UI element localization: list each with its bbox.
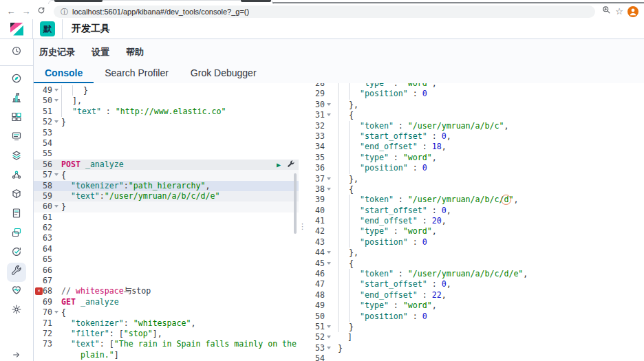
code-line-43[interactable]: 43"position" : 0 [306,237,644,248]
code-line-38[interactable]: 38{ [306,184,644,195]
code-line-53[interactable]: 53 [34,128,299,138]
code-text[interactable]: GET _analyze [58,297,299,307]
code-text[interactable]: { [331,184,644,195]
code-line-44[interactable]: 44}, [306,248,644,258]
tab-search-profiler[interactable]: Search Profiler [94,63,180,83]
code-text[interactable]: "text" : "http://www.elastic.co" [58,107,299,117]
kibana-logo[interactable] [10,23,23,36]
code-text[interactable]: POST _analyze [58,160,299,170]
code-text[interactable]: "position" : 0 [331,89,644,99]
code-line-36[interactable]: 36"position" : 0 [306,163,644,173]
code-text[interactable]: { [58,307,299,318]
code-text[interactable]: } [331,322,644,332]
code-line-40[interactable]: 40"start_offset" : 0, [306,206,644,216]
code-text[interactable]: "position" : 0 [331,163,644,173]
space-badge[interactable]: 默 [40,21,55,36]
code-text[interactable] [58,149,299,159]
code-line-wrap[interactable]: plain."] [34,350,299,360]
code-text[interactable]: "end_offset" : 22, [331,290,644,300]
code-text[interactable] [58,254,299,265]
code-text[interactable]: "end_offset" : 18, [331,142,644,152]
code-text[interactable]: { [58,170,299,180]
wrench-icon[interactable] [287,160,295,168]
bookmark-star-icon[interactable]: ☆ [615,6,623,17]
code-line-63[interactable]: 63 [34,233,299,243]
code-line-58[interactable]: 58 "tokenizer":"path_hierarchy", [34,181,299,191]
sidebar-item-dev-tools[interactable] [7,263,26,282]
code-text[interactable] [58,244,299,254]
sidebar-item-recently-viewed[interactable] [7,43,26,62]
sidebar-item-infrastructure[interactable] [7,186,26,205]
code-line-72[interactable]: 72 "filter": ["stop"], [34,329,299,339]
code-text[interactable]: "tokenizer":"path_hierarchy", [58,181,299,191]
code-text[interactable]: ] [331,332,644,342]
sidebar-item-management[interactable] [7,301,26,320]
reload-button[interactable] [36,6,47,17]
code-text[interactable]: "token" : "/user/ymruan/a/b/c/d", [331,195,644,205]
code-text[interactable] [58,212,299,223]
sidebar-item-maps[interactable] [7,147,26,166]
sidebar-item-discover[interactable] [7,70,26,89]
code-line-69[interactable]: 69GET _analyze [34,297,299,307]
code-line-52[interactable]: 52} [34,117,299,127]
sidebar-item-uptime[interactable] [7,243,26,263]
code-text[interactable]: plain."] [58,350,299,360]
code-text[interactable] [331,353,644,361]
console-menu-item-2[interactable]: 帮助 [126,46,144,58]
code-text[interactable]: "tokenizer": "whitespace", [58,318,299,329]
code-text[interactable]: } [58,85,299,96]
code-text[interactable]: }, [331,174,644,184]
code-text[interactable]: "position" : 0 [331,237,644,248]
code-line-60[interactable]: 60} [34,201,299,212]
sidebar-item-dashboard[interactable] [7,109,26,128]
code-text[interactable]: "type" : "word", [331,226,644,237]
code-line-55[interactable]: 55 [34,149,299,159]
code-line-64[interactable]: 64 [34,244,299,254]
code-line-45[interactable]: 45{ [306,259,644,269]
code-line-59[interactable]: 59 "text":"/user/ymruan/a/b/c/d/e" [34,191,299,201]
tab-console[interactable]: Console [34,63,94,83]
code-text[interactable] [58,128,299,138]
code-text[interactable] [58,265,299,276]
code-text[interactable]: "start_offset" : 0, [331,279,644,289]
console-menu-item-0[interactable]: 历史记录 [39,46,75,58]
code-line-29[interactable]: 29"position" : 0 [306,89,644,99]
code-line-65[interactable]: 65 [34,254,299,265]
console-menu-item-1[interactable]: 设置 [92,46,109,58]
code-text[interactable] [58,223,299,233]
code-line-28[interactable]: 28"type" : "word", [306,83,644,89]
url-text[interactable]: localhost:5601/app/kibana#/dev_tools/con… [72,8,249,16]
code-text[interactable] [58,276,299,286]
code-text[interactable]: } [58,201,299,212]
code-line-30[interactable]: 30}, [306,100,644,110]
editor-scrollbar[interactable] [294,173,297,234]
code-text[interactable]: }, [331,100,644,110]
code-text[interactable]: "text": ["The rain in Spain falls mainly… [58,339,299,349]
code-text[interactable]: } [58,117,299,127]
code-text[interactable]: }, [331,248,644,258]
code-text[interactable]: ], [58,96,299,106]
site-info-icon[interactable]: ⓘ [61,8,68,16]
code-line-51[interactable]: 51"text" : "http://www.elastic.co" [34,107,299,117]
tab-grok-debugger[interactable]: Grok Debugger [180,63,268,83]
code-text[interactable] [58,233,299,243]
code-text[interactable]: "start_offset" : 0, [331,206,644,216]
code-line-52[interactable]: 52 ] [306,332,644,342]
code-line-54[interactable]: 54 [306,353,644,361]
console-response-editor[interactable]: 28"type" : "word",29"position" : 030},31… [306,83,644,361]
code-line-49[interactable]: 49"type" : "word", [306,300,644,311]
sidebar-item-machine-learning[interactable] [7,166,26,186]
code-line-54[interactable]: 54 [34,138,299,149]
code-line-34[interactable]: 34"end_offset" : 18, [306,142,644,152]
forward-button[interactable]: → [21,6,32,17]
console-request-editor[interactable]: 49}50],51"text" : "http://www.elastic.co… [34,83,299,361]
code-line-62[interactable]: 62 [34,223,299,233]
code-text[interactable]: "type" : "word", [331,153,644,163]
code-text[interactable]: "end_offset" : 20, [331,216,644,226]
sidebar-collapse-button[interactable] [0,350,33,360]
back-button[interactable]: ← [6,6,17,17]
sidebar-item-logs[interactable] [7,205,26,224]
code-line-56[interactable]: 56POST _analyze▶ [34,160,299,170]
code-text[interactable]: } [331,343,644,353]
code-line-61[interactable]: 61 [34,212,299,223]
